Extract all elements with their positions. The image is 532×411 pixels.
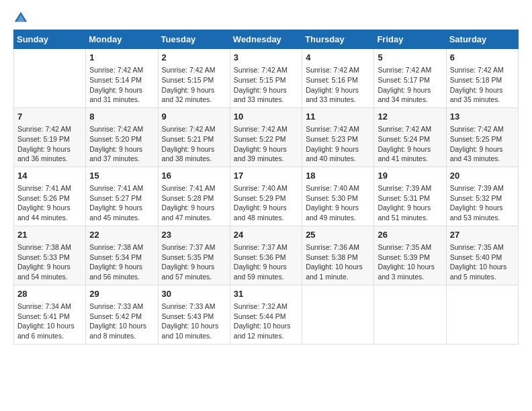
daylight-text: Daylight: 10 hours and 6 minutes. [17, 321, 82, 340]
daylight-text: Daylight: 9 hours and 38 minutes. [162, 144, 226, 164]
daylight-text: Daylight: 9 hours and 56 minutes. [89, 262, 154, 281]
sunset-text: Sunset: 5:33 PM [17, 253, 82, 263]
day-number: 21 [17, 229, 82, 241]
daylight-text: Daylight: 9 hours and 57 minutes. [162, 262, 226, 281]
sunset-text: Sunset: 5:42 PM [89, 312, 154, 322]
calendar-cell: 28Sunrise: 7:34 AMSunset: 5:41 PMDayligh… [14, 285, 86, 344]
calendar-cell: 7Sunrise: 7:42 AMSunset: 5:19 PMDaylight… [14, 107, 86, 167]
day-number: 28 [17, 288, 82, 300]
daylight-text: Daylight: 9 hours and 40 minutes. [306, 144, 370, 164]
column-header-sunday: Sunday [14, 30, 86, 49]
day-number: 18 [306, 170, 370, 182]
sunset-text: Sunset: 5:40 PM [450, 253, 515, 263]
sunset-text: Sunset: 5:38 PM [306, 253, 370, 263]
sunrise-text: Sunrise: 7:39 AM [450, 183, 515, 193]
calendar-cell: 5Sunrise: 7:42 AMSunset: 5:17 PMDaylight… [374, 49, 446, 108]
daylight-text: Daylight: 9 hours and 45 minutes. [89, 203, 154, 222]
column-header-saturday: Saturday [446, 30, 518, 49]
calendar-week-row: 1Sunrise: 7:42 AMSunset: 5:14 PMDaylight… [14, 49, 519, 108]
sunset-text: Sunset: 5:26 PM [17, 193, 82, 203]
day-number: 30 [162, 288, 226, 300]
daylight-text: Daylight: 9 hours and 48 minutes. [234, 203, 298, 222]
sunset-text: Sunset: 5:18 PM [450, 75, 515, 85]
daylight-text: Daylight: 10 hours and 12 minutes. [234, 321, 298, 340]
sunrise-text: Sunrise: 7:37 AM [162, 242, 226, 253]
day-number: 14 [17, 170, 82, 182]
calendar-cell: 1Sunrise: 7:42 AMSunset: 5:14 PMDaylight… [86, 49, 158, 108]
day-number: 13 [450, 111, 515, 123]
calendar-cell: 2Sunrise: 7:42 AMSunset: 5:15 PMDaylight… [158, 49, 230, 108]
day-number: 31 [234, 288, 298, 300]
daylight-text: Daylight: 9 hours and 53 minutes. [450, 203, 515, 222]
calendar-cell: 26Sunrise: 7:35 AMSunset: 5:39 PMDayligh… [374, 226, 446, 285]
calendar-cell: 3Sunrise: 7:42 AMSunset: 5:15 PMDaylight… [230, 49, 302, 108]
day-number: 20 [450, 170, 515, 182]
calendar-cell: 6Sunrise: 7:42 AMSunset: 5:18 PMDaylight… [446, 49, 518, 108]
sunrise-text: Sunrise: 7:42 AM [89, 65, 154, 75]
calendar-cell: 21Sunrise: 7:38 AMSunset: 5:33 PMDayligh… [14, 226, 86, 285]
daylight-text: Daylight: 10 hours and 3 minutes. [378, 262, 442, 281]
day-number: 19 [378, 170, 442, 182]
daylight-text: Daylight: 9 hours and 31 minutes. [89, 85, 154, 105]
sunrise-text: Sunrise: 7:42 AM [162, 124, 226, 134]
sunrise-text: Sunrise: 7:42 AM [450, 65, 515, 75]
calendar-cell: 31Sunrise: 7:32 AMSunset: 5:44 PMDayligh… [230, 285, 302, 344]
column-header-wednesday: Wednesday [230, 30, 302, 49]
sunset-text: Sunset: 5:19 PM [17, 134, 82, 144]
daylight-text: Daylight: 9 hours and 41 minutes. [378, 144, 442, 164]
sunset-text: Sunset: 5:31 PM [378, 193, 442, 203]
calendar-cell: 23Sunrise: 7:37 AMSunset: 5:35 PMDayligh… [158, 226, 230, 285]
daylight-text: Daylight: 9 hours and 51 minutes. [378, 203, 442, 222]
sunrise-text: Sunrise: 7:33 AM [89, 302, 154, 312]
daylight-text: Daylight: 9 hours and 33 minutes. [306, 85, 370, 105]
calendar-cell: 15Sunrise: 7:41 AMSunset: 5:27 PMDayligh… [86, 167, 158, 226]
calendar-cell: 20Sunrise: 7:39 AMSunset: 5:32 PMDayligh… [446, 167, 518, 226]
daylight-text: Daylight: 9 hours and 39 minutes. [234, 144, 298, 164]
sunrise-text: Sunrise: 7:42 AM [17, 124, 82, 134]
day-number: 29 [89, 288, 154, 300]
sunrise-text: Sunrise: 7:41 AM [89, 183, 154, 193]
day-number: 17 [234, 170, 298, 182]
sunrise-text: Sunrise: 7:42 AM [450, 124, 515, 134]
sunrise-text: Sunrise: 7:34 AM [17, 302, 82, 312]
day-number: 9 [162, 111, 226, 123]
calendar-week-row: 7Sunrise: 7:42 AMSunset: 5:19 PMDaylight… [14, 107, 519, 167]
sunset-text: Sunset: 5:15 PM [162, 75, 226, 85]
daylight-text: Daylight: 9 hours and 37 minutes. [89, 144, 154, 164]
sunset-text: Sunset: 5:44 PM [234, 312, 298, 322]
sunset-text: Sunset: 5:35 PM [162, 253, 226, 263]
calendar-cell: 29Sunrise: 7:33 AMSunset: 5:42 PMDayligh… [86, 285, 158, 344]
day-number: 24 [234, 229, 298, 241]
day-number: 7 [17, 111, 82, 123]
calendar-cell [374, 285, 446, 344]
column-header-friday: Friday [374, 30, 446, 49]
calendar-cell: 25Sunrise: 7:36 AMSunset: 5:38 PMDayligh… [302, 226, 374, 285]
column-headers-row: SundayMondayTuesdayWednesdayThursdayFrid… [14, 30, 519, 49]
sunrise-text: Sunrise: 7:42 AM [306, 124, 370, 134]
sunrise-text: Sunrise: 7:32 AM [234, 302, 298, 312]
day-number: 4 [306, 52, 370, 64]
sunset-text: Sunset: 5:41 PM [17, 312, 82, 322]
calendar-week-row: 28Sunrise: 7:34 AMSunset: 5:41 PMDayligh… [14, 285, 519, 344]
sunrise-text: Sunrise: 7:37 AM [234, 242, 298, 253]
day-number: 25 [306, 229, 370, 241]
calendar-cell: 17Sunrise: 7:40 AMSunset: 5:29 PMDayligh… [230, 167, 302, 226]
daylight-text: Daylight: 9 hours and 59 minutes. [234, 262, 298, 281]
sunset-text: Sunset: 5:22 PM [234, 134, 298, 144]
daylight-text: Daylight: 10 hours and 5 minutes. [450, 262, 515, 281]
daylight-text: Daylight: 9 hours and 43 minutes. [450, 144, 515, 164]
calendar-cell: 22Sunrise: 7:38 AMSunset: 5:34 PMDayligh… [86, 226, 158, 285]
sunrise-text: Sunrise: 7:42 AM [306, 65, 370, 75]
day-number: 6 [450, 52, 515, 64]
sunset-text: Sunset: 5:23 PM [306, 134, 370, 144]
sunset-text: Sunset: 5:36 PM [234, 253, 298, 263]
day-number: 8 [89, 111, 154, 123]
logo [13, 11, 31, 26]
column-header-tuesday: Tuesday [158, 30, 230, 49]
sunrise-text: Sunrise: 7:42 AM [378, 124, 442, 134]
day-number: 26 [378, 229, 442, 241]
sunset-text: Sunset: 5:34 PM [89, 253, 154, 263]
calendar-cell: 16Sunrise: 7:41 AMSunset: 5:28 PMDayligh… [158, 167, 230, 226]
calendar-cell: 13Sunrise: 7:42 AMSunset: 5:25 PMDayligh… [446, 107, 518, 167]
daylight-text: Daylight: 9 hours and 47 minutes. [162, 203, 226, 222]
